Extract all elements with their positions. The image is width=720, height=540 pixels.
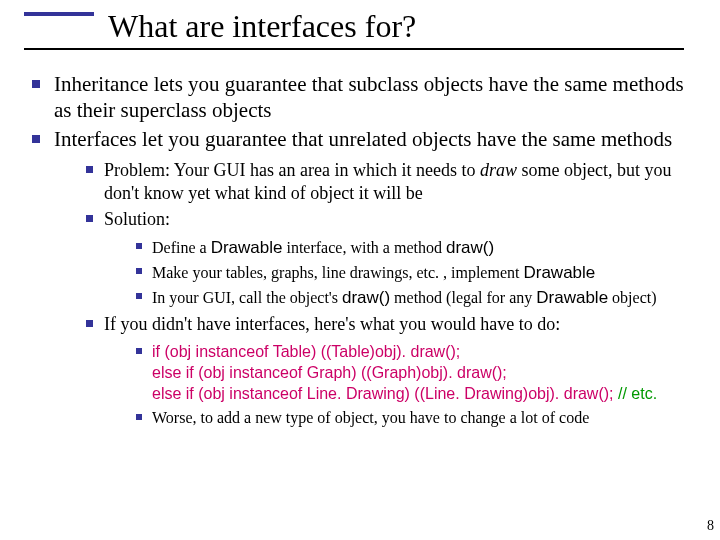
bullet-l2-item: Solution: Define a Drawable interface, w… [84, 208, 700, 309]
bullet-l3-item: Define a Drawable interface, with a meth… [134, 237, 700, 259]
bullet-l1-item: Inheritance lets you guarantee that subc… [30, 72, 700, 123]
bullet-list-level-3: Define a Drawable interface, with a meth… [104, 237, 700, 309]
bullet-text: Inheritance lets you guarantee that subc… [54, 72, 684, 122]
code-text: Drawable [523, 263, 595, 282]
code-text: draw() [446, 238, 494, 257]
title-accent-bar [24, 12, 94, 16]
bullet-text: Make your tables, graphs, line drawings,… [152, 264, 523, 281]
bullet-text: Problem: Your GUI has an area in which i… [104, 160, 480, 180]
bullet-l3-item: In your GUI, call the object's draw() me… [134, 287, 700, 309]
bullet-l2-item: If you didn't have interfaces, here's wh… [84, 313, 700, 428]
bullet-list-level-2: Problem: Your GUI has an area in which i… [54, 159, 700, 429]
code-line: if (obj instanceof Table) ((Table)obj). … [152, 343, 460, 360]
slide-title: What are interfaces for? [108, 8, 416, 44]
bullet-l3-item: if (obj instanceof Table) ((Table)obj). … [134, 342, 700, 404]
bullet-text: object) [608, 289, 656, 306]
code-text: draw() [342, 288, 390, 307]
bullet-text: Worse, to add a new type of object, you … [152, 409, 589, 426]
code-text: Drawable [536, 288, 608, 307]
bullet-text: Solution: [104, 209, 170, 229]
bullet-text: If you didn't have interfaces, here's wh… [104, 314, 560, 334]
bullet-l2-item: Problem: Your GUI has an area in which i… [84, 159, 700, 205]
code-comment: // etc. [618, 385, 657, 402]
bullet-text: In your GUI, call the object's [152, 289, 342, 306]
bullet-text: Define a [152, 239, 211, 256]
italic-word: draw [480, 160, 517, 180]
bullet-l3-item: Worse, to add a new type of object, you … [134, 408, 700, 429]
title-row: What are interfaces for? [24, 10, 684, 44]
bullet-text: Interfaces let you guarantee that unrela… [54, 127, 672, 151]
slide: What are interfaces for? Inheritance let… [0, 0, 720, 540]
bullet-list-level-1: Inheritance lets you guarantee that subc… [30, 72, 700, 428]
bullet-l3-item: Make your tables, graphs, line drawings,… [134, 262, 700, 284]
slide-body: Inheritance lets you guarantee that subc… [30, 72, 700, 432]
title-underline [24, 48, 684, 50]
bullet-text: method (legal for any [390, 289, 536, 306]
page-number: 8 [707, 518, 714, 534]
code-line: else if (obj instanceof Graph) ((Graph)o… [152, 364, 507, 381]
bullet-text: interface, with a method [282, 239, 446, 256]
bullet-l1-item: Interfaces let you guarantee that unrela… [30, 127, 700, 428]
code-text: Drawable [211, 238, 283, 257]
code-line: else if (obj instanceof Line. Drawing) (… [152, 385, 618, 402]
bullet-list-level-3: if (obj instanceof Table) ((Table)obj). … [104, 342, 700, 428]
slide-title-area: What are interfaces for? [24, 10, 684, 50]
